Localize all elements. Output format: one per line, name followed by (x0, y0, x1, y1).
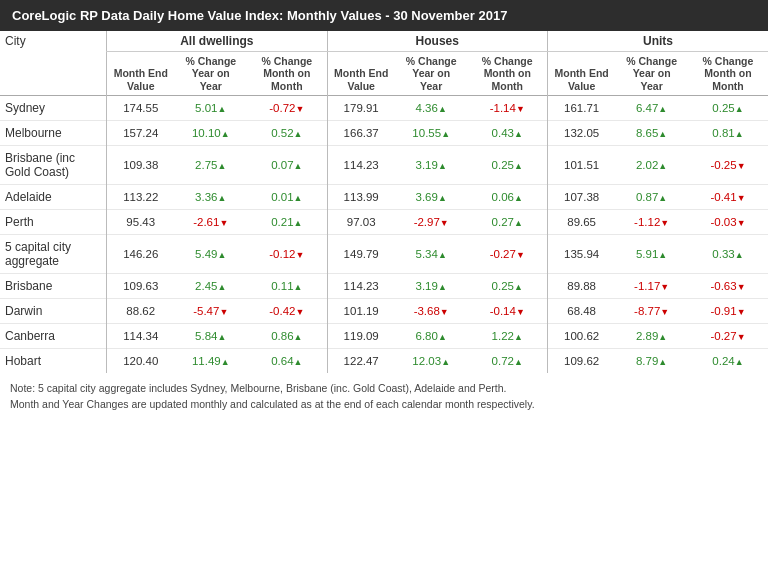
value-cell: 135.94 (547, 235, 615, 274)
all-mom-header: % ChangeMonth onMonth (247, 51, 327, 96)
cell: 0.21 (247, 210, 327, 235)
houses-header: Houses (327, 31, 547, 51)
cell: 8.65 (615, 121, 688, 146)
value-cell: 174.55 (107, 96, 175, 121)
table-row: Brisbane (inc Gold Coast)109.382.750.071… (0, 146, 768, 185)
table-row: Adelaide113.223.360.01113.993.690.06107.… (0, 185, 768, 210)
value-cell: 119.09 (327, 324, 395, 349)
cell: 10.55 (395, 121, 468, 146)
all-dwellings-header: All dwellings (107, 31, 327, 51)
cell: 5.91 (615, 235, 688, 274)
value-cell: 109.38 (107, 146, 175, 185)
value-cell: 97.03 (327, 210, 395, 235)
cell: -2.61 (174, 210, 247, 235)
value-cell: 88.62 (107, 299, 175, 324)
table-row: Perth95.43-2.610.2197.03-2.970.2789.65-1… (0, 210, 768, 235)
table-row: Canberra114.345.840.86119.096.801.22100.… (0, 324, 768, 349)
table-row: Hobart120.4011.490.64122.4712.030.72109.… (0, 349, 768, 374)
cell: 0.07 (247, 146, 327, 185)
value-cell: 122.47 (327, 349, 395, 374)
cell: -0.42 (247, 299, 327, 324)
cell: 3.19 (395, 274, 468, 299)
sub-header-row: Month EndValue % ChangeYear onYear % Cha… (0, 51, 768, 96)
cell: -0.03 (688, 210, 768, 235)
value-cell: 107.38 (547, 185, 615, 210)
cell: -0.41 (688, 185, 768, 210)
value-cell: 89.65 (547, 210, 615, 235)
title-bar: CoreLogic RP Data Daily Home Value Index… (0, 0, 768, 31)
cell: -1.12 (615, 210, 688, 235)
cell: 0.25 (468, 274, 548, 299)
cell: 5.49 (174, 235, 247, 274)
cell: 10.10 (174, 121, 247, 146)
value-cell: 109.62 (547, 349, 615, 374)
city-name-cell: Darwin (0, 299, 107, 324)
cell: -3.68 (395, 299, 468, 324)
value-cell: 179.91 (327, 96, 395, 121)
value-cell: 120.40 (107, 349, 175, 374)
units-mom-header: % ChangeMonth onMonth (688, 51, 768, 96)
table-row: 5 capital city aggregate146.265.49-0.121… (0, 235, 768, 274)
cell: 0.64 (247, 349, 327, 374)
cell: 0.01 (247, 185, 327, 210)
page-title: CoreLogic RP Data Daily Home Value Index… (12, 8, 507, 23)
cell: 0.24 (688, 349, 768, 374)
cell: -0.27 (468, 235, 548, 274)
cell: 0.43 (468, 121, 548, 146)
value-cell: 101.19 (327, 299, 395, 324)
page-container: CoreLogic RP Data Daily Home Value Index… (0, 0, 768, 421)
table-row: Melbourne157.2410.100.52166.3710.550.431… (0, 121, 768, 146)
value-cell: 113.22 (107, 185, 175, 210)
value-cell: 132.05 (547, 121, 615, 146)
all-yoy-header: % ChangeYear onYear (174, 51, 247, 96)
cell: -5.47 (174, 299, 247, 324)
city-name-cell: Brisbane (0, 274, 107, 299)
cell: 0.25 (468, 146, 548, 185)
table-row: Darwin88.62-5.47-0.42101.19-3.68-0.1468.… (0, 299, 768, 324)
city-name-cell: Melbourne (0, 121, 107, 146)
cell: 0.87 (615, 185, 688, 210)
value-cell: 114.23 (327, 274, 395, 299)
value-cell: 89.88 (547, 274, 615, 299)
cell: 4.36 (395, 96, 468, 121)
value-cell: 157.24 (107, 121, 175, 146)
houses-yoy-header: % ChangeYear onYear (395, 51, 468, 96)
note-line-2: Month and Year Changes are updated month… (10, 397, 758, 413)
cell: 0.27 (468, 210, 548, 235)
cell: -0.27 (688, 324, 768, 349)
units-header: Units (547, 31, 768, 51)
value-cell: 146.26 (107, 235, 175, 274)
cell: 5.34 (395, 235, 468, 274)
cell: 2.89 (615, 324, 688, 349)
units-month-end-header: Month EndValue (547, 51, 615, 96)
cell: 0.11 (247, 274, 327, 299)
cell: -0.63 (688, 274, 768, 299)
cell: -0.72 (247, 96, 327, 121)
city-name-cell: Brisbane (inc Gold Coast) (0, 146, 107, 185)
all-month-end-header: Month EndValue (107, 51, 175, 96)
value-cell: 166.37 (327, 121, 395, 146)
cell: 2.02 (615, 146, 688, 185)
cell: -0.14 (468, 299, 548, 324)
value-cell: 149.79 (327, 235, 395, 274)
cell: 3.69 (395, 185, 468, 210)
cell: -1.14 (468, 96, 548, 121)
cell: 0.33 (688, 235, 768, 274)
cell: -0.25 (688, 146, 768, 185)
cell: 5.01 (174, 96, 247, 121)
value-cell: 113.99 (327, 185, 395, 210)
note-line-1: Note: 5 capital city aggregate includes … (10, 381, 758, 397)
city-name-cell: Adelaide (0, 185, 107, 210)
group-header-row: City All dwellings Houses Units (0, 31, 768, 51)
value-cell: 95.43 (107, 210, 175, 235)
cell: 6.80 (395, 324, 468, 349)
city-subheader-empty (0, 51, 107, 96)
cell: -2.97 (395, 210, 468, 235)
value-cell: 68.48 (547, 299, 615, 324)
cell: 0.25 (688, 96, 768, 121)
cell: 3.19 (395, 146, 468, 185)
houses-mom-header: % ChangeMonth onMonth (468, 51, 548, 96)
cell: 0.72 (468, 349, 548, 374)
city-name-cell: Perth (0, 210, 107, 235)
cell: -0.91 (688, 299, 768, 324)
